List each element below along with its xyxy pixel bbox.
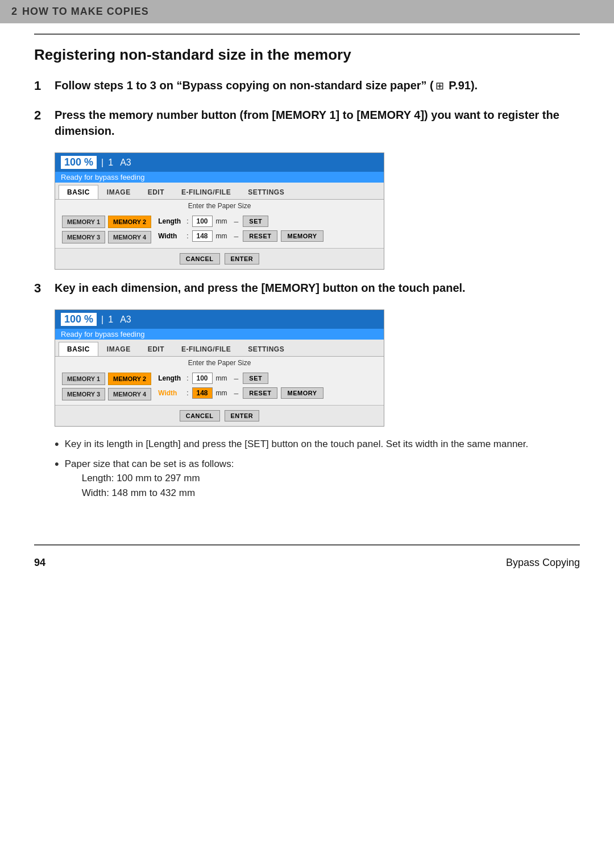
width-value-p1: 148	[192, 230, 213, 242]
tab-edit-2[interactable]: EDIT	[139, 342, 173, 356]
memory-1-btn-p1[interactable]: MEMORY 1	[62, 216, 105, 228]
panel-2-status: Ready for bypass feeding	[55, 329, 384, 340]
length-row-p1: Length : 100 mm – SET	[158, 216, 377, 227]
length-dash-p2: –	[234, 374, 239, 383]
panel-2-page: 1	[108, 315, 113, 325]
panel-2-paper: A3	[120, 315, 131, 325]
panel-2-header: 100 % | 1 A3	[55, 310, 384, 329]
panel-1-percent: 100 %	[61, 156, 97, 169]
panel-1-memory-grid: MEMORY 1 MEMORY 2 MEMORY 3 MEMORY 4	[62, 216, 151, 243]
bullet-sub-2: Width: 148 mm to 432 mm	[82, 486, 580, 501]
panel-1-paper: A3	[120, 158, 131, 168]
panel-2-sep: |	[101, 315, 103, 325]
header-title: HOW TO MAKE COPIES	[22, 6, 149, 18]
length-colon-p2: :	[186, 374, 188, 382]
cancel-btn-p2[interactable]: CANCEL	[180, 410, 220, 421]
panel-1-status: Ready for bypass feeding	[55, 172, 384, 183]
width-unit-p2: mm	[216, 389, 227, 397]
panel-1: 100 % | 1 A3 Ready for bypass feeding BA…	[55, 152, 384, 270]
tab-image-1[interactable]: IMAGE	[98, 185, 139, 199]
width-row-p1: Width : 148 mm – RESET MEMORY	[158, 230, 377, 242]
bullet-section: • Key in its length in [Length] and pres…	[55, 437, 580, 500]
cancel-btn-p1[interactable]: CANCEL	[180, 253, 220, 264]
tab-settings-2[interactable]: SETTINGS	[239, 342, 293, 356]
width-unit-p1: mm	[216, 232, 227, 240]
footer-bar: 94 Bypass Copying	[0, 551, 614, 574]
panel-2-body: MEMORY 1 MEMORY 2 MEMORY 3 MEMORY 4 Leng…	[55, 368, 384, 405]
bullet-sub-1: Length: 100 mm to 297 mm	[82, 471, 580, 486]
panel-1-subtitle: Enter the Paper Size	[55, 200, 384, 211]
width-label-p1: Width	[158, 232, 183, 240]
step-3-number: 3	[34, 280, 55, 296]
step-3-text: Key in each dimension, and press the [ME…	[55, 280, 580, 296]
tab-edit-1[interactable]: EDIT	[139, 185, 173, 199]
bullet-item-1: • Key in its length in [Length] and pres…	[55, 437, 580, 452]
memory-2-btn-p1[interactable]: MEMORY 2	[108, 216, 151, 228]
width-colon-p1: :	[186, 232, 188, 240]
panel-1-page: 1	[108, 158, 113, 168]
memory-4-btn-p2[interactable]: MEMORY 4	[108, 388, 151, 400]
memory-4-btn-p1[interactable]: MEMORY 4	[108, 231, 151, 243]
tab-efiling-2[interactable]: E-FILING/FILE	[173, 342, 239, 356]
width-dash-p2: –	[234, 388, 239, 398]
book-icon: ⊞	[435, 79, 444, 93]
length-label-p1: Length	[158, 217, 183, 225]
width-label-p2: Width	[158, 389, 183, 397]
main-content: Registering non-standard size in the mem…	[0, 35, 614, 527]
memory-btn-p1[interactable]: MEMORY	[281, 230, 323, 242]
step-2-number: 2	[34, 107, 55, 123]
panel-1-header: 100 % | 1 A3	[55, 153, 384, 172]
tab-image-2[interactable]: IMAGE	[98, 342, 139, 356]
length-dash-p1: –	[234, 217, 239, 226]
step-3-block: 3 Key in each dimension, and press the […	[34, 280, 580, 296]
step-1-number: 1	[34, 77, 55, 93]
width-row-p2: Width : 148 mm – RESET MEMORY	[158, 387, 377, 399]
enter-btn-p2[interactable]: ENTER	[225, 410, 260, 421]
reset-btn-p2[interactable]: RESET	[243, 387, 277, 399]
memory-btn-p2[interactable]: MEMORY	[281, 387, 323, 399]
panel-1-footer: CANCEL ENTER	[55, 248, 384, 269]
step-1-block: 1 Follow steps 1 to 3 on “Bypass copying…	[34, 77, 580, 93]
footer-label: Bypass Copying	[506, 557, 580, 569]
width-value-p2: 148	[192, 387, 213, 399]
footer-page-number: 94	[34, 557, 45, 569]
tab-basic-1[interactable]: BASIC	[59, 185, 98, 199]
length-colon-p1: :	[186, 217, 188, 225]
bullet-text-1: Key in its length in [Length] and press …	[65, 437, 580, 452]
panel-1-wrapper: 100 % | 1 A3 Ready for bypass feeding BA…	[55, 152, 580, 270]
length-unit-p2: mm	[216, 374, 227, 382]
memory-2-btn-p2[interactable]: MEMORY 2	[108, 373, 151, 385]
length-row-p2: Length : 100 mm – SET	[158, 373, 377, 384]
panel-2-percent: 100 %	[61, 313, 97, 326]
panel-2-dimension-panel: Length : 100 mm – SET Width : 148 mm – R…	[158, 373, 377, 400]
length-value-p1: 100	[192, 216, 213, 227]
memory-1-btn-p2[interactable]: MEMORY 1	[62, 373, 105, 385]
enter-btn-p1[interactable]: ENTER	[225, 253, 260, 264]
tab-basic-2[interactable]: BASIC	[59, 342, 98, 356]
set-btn-p2[interactable]: SET	[243, 373, 268, 384]
bullet-dot-1: •	[55, 437, 59, 452]
panel-2-subtitle: Enter the Paper Size	[55, 357, 384, 368]
bullet-item-2: • Paper size that can be set is as follo…	[55, 457, 580, 501]
panel-2-wrapper: 100 % | 1 A3 Ready for bypass feeding BA…	[55, 309, 580, 427]
panel-1-sep: |	[101, 158, 103, 168]
step-2-block: 2 Press the memory number button (from […	[34, 107, 580, 139]
reset-btn-p1[interactable]: RESET	[243, 230, 277, 242]
set-btn-p1[interactable]: SET	[243, 216, 268, 227]
memory-3-btn-p1[interactable]: MEMORY 3	[62, 231, 105, 243]
width-colon-p2: :	[186, 389, 188, 397]
tab-efiling-1[interactable]: E-FILING/FILE	[173, 185, 239, 199]
tab-settings-1[interactable]: SETTINGS	[239, 185, 293, 199]
panel-2-tabs: BASIC IMAGE EDIT E-FILING/FILE SETTINGS	[55, 340, 384, 357]
bullet-dot-2: •	[55, 457, 59, 472]
panel-2: 100 % | 1 A3 Ready for bypass feeding BA…	[55, 309, 384, 427]
bullet-text-2: Paper size that can be set is as follows…	[65, 457, 580, 501]
step-1-text: Follow steps 1 to 3 on “Bypass copying o…	[55, 77, 580, 93]
header-bar: 2 HOW TO MAKE COPIES	[0, 0, 614, 23]
length-label-p2: Length	[158, 374, 183, 382]
length-value-p2: 100	[192, 373, 213, 384]
panel-1-body: MEMORY 1 MEMORY 2 MEMORY 3 MEMORY 4 Leng…	[55, 211, 384, 248]
panel-1-dimension-panel: Length : 100 mm – SET Width : 148 mm – R…	[158, 216, 377, 243]
memory-3-btn-p2[interactable]: MEMORY 3	[62, 388, 105, 400]
step-2-text: Press the memory number button (from [ME…	[55, 107, 580, 139]
